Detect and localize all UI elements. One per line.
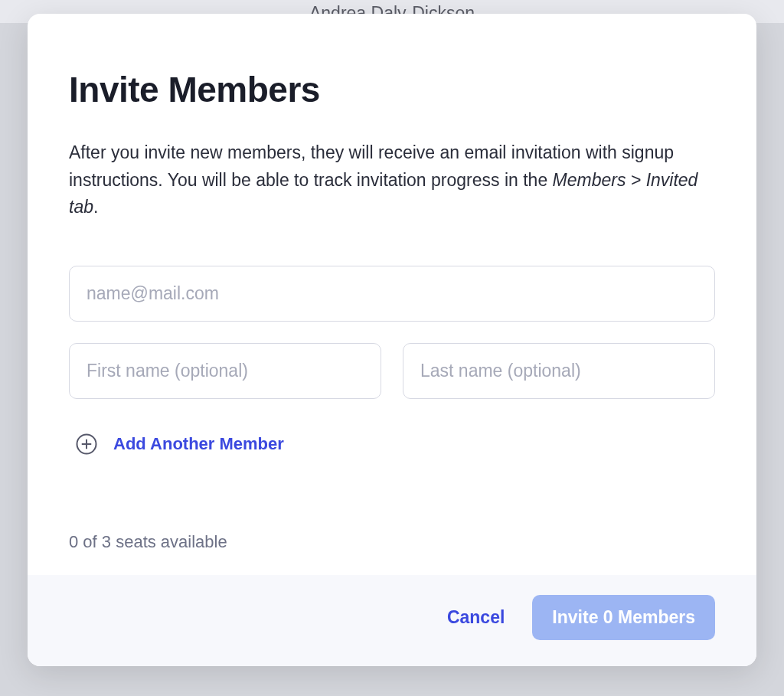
seats-available-text: 0 of 3 seats available <box>69 532 715 552</box>
add-another-member-label: Add Another Member <box>113 434 284 454</box>
add-another-member-button[interactable]: Add Another Member <box>69 433 290 456</box>
modal-title: Invite Members <box>69 69 715 110</box>
invite-members-button[interactable]: Invite 0 Members <box>532 595 715 640</box>
name-row <box>69 343 715 399</box>
plus-circle-icon <box>75 433 98 456</box>
modal-footer: Cancel Invite 0 Members <box>28 575 756 666</box>
last-name-field[interactable] <box>403 343 715 399</box>
modal-body: Invite Members After you invite new memb… <box>28 14 756 575</box>
modal-description: After you invite new members, they will … <box>69 139 715 221</box>
modal-description-post: . <box>93 197 98 217</box>
first-name-field[interactable] <box>69 343 381 399</box>
cancel-button[interactable]: Cancel <box>444 601 508 634</box>
email-field[interactable] <box>69 266 715 322</box>
invite-members-modal: Invite Members After you invite new memb… <box>28 14 756 666</box>
